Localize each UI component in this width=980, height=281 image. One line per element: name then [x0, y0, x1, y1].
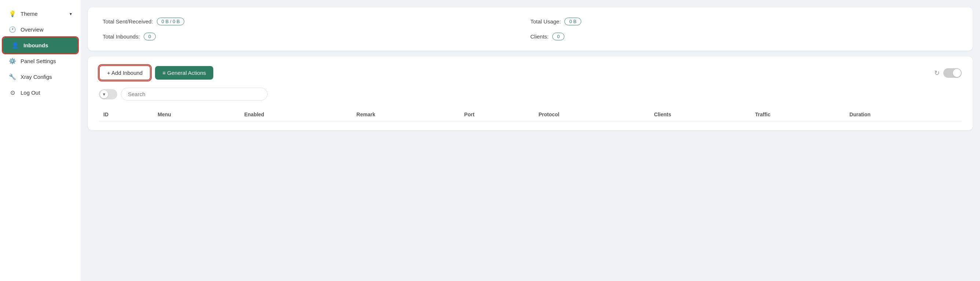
col-menu: Menu [153, 108, 240, 121]
sidebar: 💡 Theme ▾ 🕐 Overview 👤 Inbounds ⚙️ Panel… [0, 0, 81, 281]
col-remark: Remark [352, 108, 460, 121]
sidebar-item-xray-configs[interactable]: 🔧 Xray Configs [0, 69, 81, 85]
panel-settings-icon: ⚙️ [9, 57, 16, 65]
chevron-down-icon: ▾ [70, 11, 72, 16]
stats-card: Total Sent/Received: 0 B / 0 B Total Usa… [88, 7, 973, 51]
filter-toggle-button[interactable]: ▼ [99, 89, 117, 99]
log-out-icon: ⊙ [9, 89, 16, 96]
general-actions-button[interactable]: ≡ General Actions [155, 66, 213, 80]
col-traffic: Traffic [751, 108, 845, 121]
table-wrap: ID Menu Enabled Remark Port Protocol Cli… [99, 108, 962, 121]
toggle-knob [953, 69, 961, 77]
sidebar-item-log-out[interactable]: ⊙ Log Out [0, 85, 81, 101]
total-sent-received-row: Total Sent/Received: 0 B / 0 B [103, 18, 530, 25]
total-inbounds-label: Total Inbounds: [103, 34, 140, 40]
search-input-wrap [121, 88, 267, 101]
col-port: Port [460, 108, 535, 121]
sidebar-item-label: Theme [21, 11, 38, 17]
col-protocol: Protocol [534, 108, 649, 121]
col-enabled: Enabled [240, 108, 352, 121]
search-input[interactable] [121, 88, 267, 101]
total-inbounds-badge: 0 [144, 33, 156, 40]
clients-row: Clients: 0 [530, 33, 958, 40]
sidebar-item-label: Overview [21, 26, 44, 33]
total-sent-received-label: Total Sent/Received: [103, 18, 153, 25]
total-sent-received-badge: 0 B / 0 B [157, 18, 185, 25]
col-duration: Duration [845, 108, 962, 121]
filter-toggle-knob: ▼ [100, 90, 108, 98]
inbounds-icon: 👤 [12, 42, 19, 49]
sidebar-item-theme[interactable]: 💡 Theme ▾ [0, 6, 81, 22]
sidebar-item-label: Xray Configs [21, 74, 52, 80]
toggle-row: ↻ [934, 68, 962, 78]
table-header-row: ID Menu Enabled Remark Port Protocol Cli… [99, 108, 962, 121]
total-usage-badge: 0 B [565, 18, 581, 25]
table-head: ID Menu Enabled Remark Port Protocol Cli… [99, 108, 962, 121]
search-row: ▼ [99, 88, 962, 101]
sidebar-item-label: Log Out [21, 89, 40, 96]
total-usage-row: Total Usage: 0 B [530, 18, 958, 25]
sidebar-item-overview[interactable]: 🕐 Overview [0, 22, 81, 37]
inbounds-table: ID Menu Enabled Remark Port Protocol Cli… [99, 108, 962, 121]
clients-badge: 0 [552, 33, 565, 40]
refresh-icon[interactable]: ↻ [934, 69, 940, 77]
actions-row: + Add Inbound ≡ General Actions ↻ [99, 65, 962, 80]
main-toggle[interactable] [943, 68, 962, 78]
actions-card: + Add Inbound ≡ General Actions ↻ ▼ [88, 56, 973, 130]
add-inbound-button[interactable]: + Add Inbound [99, 65, 151, 80]
sidebar-item-label: Inbounds [24, 42, 48, 48]
xray-configs-icon: 🔧 [9, 73, 16, 80]
sidebar-item-label: Panel Settings [21, 58, 56, 64]
col-clients: Clients [650, 108, 751, 121]
theme-icon: 💡 [9, 10, 16, 17]
overview-icon: 🕐 [9, 26, 16, 33]
col-id: ID [99, 108, 153, 121]
clients-label: Clients: [530, 34, 549, 40]
main-content: Total Sent/Received: 0 B / 0 B Total Usa… [81, 0, 980, 281]
sidebar-item-panel-settings[interactable]: ⚙️ Panel Settings [0, 53, 81, 69]
sidebar-item-inbounds[interactable]: 👤 Inbounds [3, 37, 78, 53]
total-inbounds-row: Total Inbounds: 0 [103, 33, 530, 40]
total-usage-label: Total Usage: [530, 18, 561, 25]
